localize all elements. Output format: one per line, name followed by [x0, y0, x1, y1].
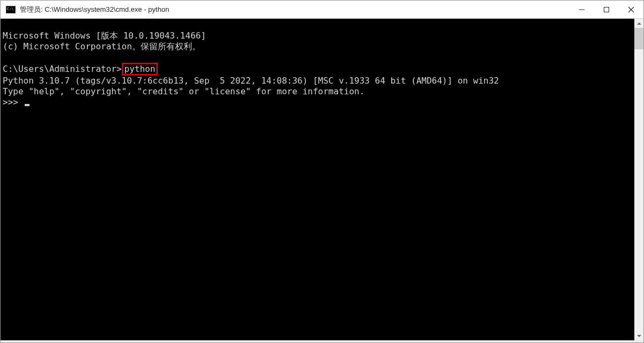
chevron-up-icon	[636, 21, 642, 26]
python-help-line: Type "help", "copyright", "credits" or "…	[3, 86, 364, 96]
cmd-window: 管理员: C:\Windows\system32\cmd.exe - pytho…	[0, 0, 644, 343]
python-version-line: Python 3.10.7 (tags/v3.10.7:6cc6b13, Sep…	[3, 76, 499, 86]
svg-rect-1	[604, 7, 609, 12]
vertical-scrollbar[interactable]	[634, 19, 643, 340]
window-title: 管理员: C:\Windows\system32\cmd.exe - pytho…	[20, 5, 569, 14]
cursor-icon	[25, 104, 30, 106]
repl-prompt-text: >>>	[3, 97, 24, 107]
scrollbar-track[interactable]	[634, 28, 643, 331]
content-area: Microsoft Windows [版本 10.0.19043.1466] (…	[1, 19, 643, 340]
chevron-down-icon	[636, 333, 642, 339]
command-prompt-line: C:\Users\Administrator>python	[3, 64, 158, 74]
terminal-output[interactable]: Microsoft Windows [版本 10.0.19043.1466] (…	[1, 19, 634, 340]
horizontal-scrollbar[interactable]	[1, 340, 643, 342]
window-controls	[569, 1, 643, 18]
cmd-icon	[6, 6, 16, 13]
highlighted-command: python	[122, 63, 158, 76]
titlebar[interactable]: 管理员: C:\Windows\system32\cmd.exe - pytho…	[1, 1, 643, 19]
prompt-path: C:\Users\Administrator>	[3, 64, 122, 74]
close-button[interactable]	[619, 1, 643, 18]
svg-rect-0	[579, 9, 584, 10]
minimize-button[interactable]	[569, 1, 594, 18]
scroll-down-button[interactable]	[634, 331, 643, 340]
close-icon	[628, 6, 634, 13]
scroll-up-button[interactable]	[634, 19, 643, 28]
maximize-icon	[603, 6, 610, 13]
maximize-button[interactable]	[594, 1, 619, 18]
minimize-icon	[579, 6, 585, 13]
scrollbar-thumb[interactable]	[634, 28, 643, 49]
os-banner-line1: Microsoft Windows [版本 10.0.19043.1466]	[3, 31, 206, 41]
os-banner-line2: (c) Microsoft Corporation。保留所有权利。	[3, 41, 201, 51]
python-repl-prompt: >>>	[3, 97, 30, 107]
